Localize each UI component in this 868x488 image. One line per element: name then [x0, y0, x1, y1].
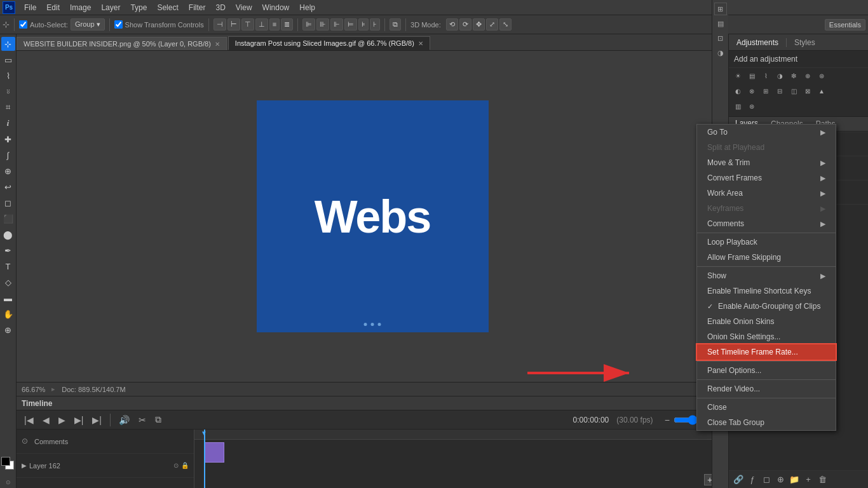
3d-rotate[interactable]: ⟲ [446, 18, 458, 30]
eyedropper-tool[interactable]: 𝒊 [1, 116, 15, 130]
lasso-tool[interactable]: ⌇ [1, 69, 15, 83]
ctx-auto-grouping[interactable]: ✓ Enable Auto-Grouping of Clips [697, 299, 836, 314]
timeline-clip-block[interactable] [204, 442, 224, 463]
adj-photo-filter[interactable]: ⊗ [745, 85, 758, 97]
menu-select[interactable]: Select [152, 2, 183, 13]
tl-prev-frame[interactable]: ◀ [40, 414, 52, 426]
styles-tab[interactable]: Styles [787, 36, 823, 50]
ctx-move-trim[interactable]: Move & Trim ▶ [697, 155, 836, 170]
tl-go-start[interactable]: |◀ [22, 414, 36, 426]
ctx-allow-frame-skip[interactable]: Allow Frame Skipping [697, 250, 836, 265]
mask-btn[interactable]: ◻ [761, 474, 772, 485]
dist-2[interactable]: ⊪ [316, 18, 329, 30]
brush-tool[interactable]: ∫ [1, 148, 15, 162]
adj-selective-color[interactable]: ⊛ [745, 100, 758, 112]
adj-layer-btn[interactable]: ⊕ [775, 474, 786, 485]
auto-select-checkbox[interactable] [19, 20, 27, 29]
ctx-render-video[interactable]: Render Video... [697, 381, 836, 396]
pen-tool[interactable]: ✒ [1, 243, 15, 257]
tab-1[interactable]: Instagram Post using Sliced Images.gif @… [228, 36, 430, 50]
text-tool[interactable]: T [1, 259, 15, 273]
ctx-close[interactable]: Close [697, 400, 836, 415]
clone-tool[interactable]: ⊕ [1, 164, 15, 178]
ctx-set-frame-rate[interactable]: Set Timeline Frame Rate... [697, 344, 836, 360]
ctx-convert-frames[interactable]: Convert Frames ▶ [697, 170, 836, 186]
dodge-tool[interactable]: ⬤ [1, 227, 15, 241]
heal-tool[interactable]: ✚ [1, 132, 15, 146]
tab-0-close[interactable]: ✕ [215, 41, 220, 48]
dist-3[interactable]: ⊩ [330, 18, 343, 30]
dist-1[interactable]: ⊫ [302, 18, 315, 30]
quick-select-tool[interactable]: ⍤ [1, 85, 15, 98]
tl-track-options[interactable]: ⊙ [173, 462, 179, 469]
tl-zoom-out[interactable]: − [662, 414, 672, 426]
menu-image[interactable]: Image [65, 2, 96, 13]
tab-0[interactable]: WEBSITE BUILDER INSIDER.png @ 50% (Layer… [17, 37, 227, 50]
adj-levels[interactable]: ▤ [745, 69, 758, 82]
adj-gradient-map[interactable]: ▥ [731, 100, 744, 112]
menu-view[interactable]: View [231, 2, 257, 13]
adj-color-balance[interactable]: ⊛ [815, 69, 828, 82]
align-bottom[interactable]: ≣ [281, 18, 293, 30]
dist-5[interactable]: ⊧ [358, 18, 369, 30]
hand-tool[interactable]: ✋ [1, 307, 15, 321]
menu-3d[interactable]: 3D [210, 2, 230, 13]
adj-tab[interactable]: Adjustments [729, 36, 786, 50]
ctx-enable-shortcut[interactable]: Enable Timeline Shortcut Keys [697, 283, 836, 299]
3d-slide[interactable]: ⤢ [486, 18, 498, 30]
tl-play[interactable]: ▶ [56, 414, 68, 426]
align-top[interactable]: ⊥ [255, 18, 268, 30]
tl-next-frame[interactable]: ▶| [72, 414, 86, 426]
adj-channel-mixer[interactable]: ⊞ [759, 85, 772, 97]
group-dropdown[interactable]: Group ▾ [71, 18, 105, 30]
new-layer-btn[interactable]: + [803, 474, 814, 485]
3d-scale[interactable]: ⤡ [499, 18, 512, 30]
tl-clip[interactable]: ⧉ [153, 413, 164, 426]
align-left[interactable]: ⊣ [214, 18, 226, 30]
3d-roll[interactable]: ⟳ [459, 18, 471, 30]
align-right[interactable]: ⊤ [241, 18, 254, 30]
adj-curves[interactable]: ⌇ [759, 69, 772, 82]
history-tool[interactable]: ↩ [1, 180, 15, 194]
adj-invert[interactable]: ◫ [787, 85, 800, 97]
ctx-loop-playback[interactable]: Loop Playback [697, 234, 836, 250]
tl-expand-layer[interactable]: ▶ [22, 462, 27, 469]
adj-vibrance[interactable]: ❇ [787, 69, 800, 82]
marquee-tool[interactable]: ▭ [1, 53, 15, 67]
dist-4[interactable]: ⊨ [344, 18, 357, 30]
tl-trim[interactable]: ✂ [136, 414, 149, 426]
menu-filter[interactable]: Filter [184, 2, 211, 13]
path-tool[interactable]: ◇ [1, 275, 15, 289]
menu-layer[interactable]: Layer [96, 2, 125, 13]
ctx-close-tab-group[interactable]: Close Tab Group [697, 415, 836, 430]
group-btn[interactable]: 📁 [789, 474, 800, 485]
menu-edit[interactable]: Edit [41, 2, 65, 13]
tab-1-close[interactable]: ✕ [418, 40, 423, 47]
tl-go-end[interactable]: ▶| [90, 414, 104, 426]
shape-tool[interactable]: ▬ [1, 291, 15, 305]
transform-checkbox[interactable] [114, 20, 123, 29]
move-tool[interactable]: ⊹ [1, 37, 15, 51]
adj-bw[interactable]: ◐ [731, 85, 744, 97]
ctx-onion-settings[interactable]: Onion Skin Settings... [697, 329, 836, 344]
gradient-tool[interactable]: ⬛ [1, 212, 15, 226]
menu-window[interactable]: Window [257, 2, 295, 13]
fg-color[interactable] [1, 457, 10, 466]
ctx-show[interactable]: Show ▶ [697, 268, 836, 283]
adj-threshold[interactable]: ▲ [815, 85, 828, 97]
menu-help[interactable]: Help [294, 2, 320, 13]
ctx-goto[interactable]: Go To ▶ [697, 125, 836, 140]
align-center-h[interactable]: ≡ [269, 18, 280, 30]
zoom-tool[interactable]: ⊕ [1, 323, 15, 337]
add-style-btn[interactable]: ƒ [747, 474, 758, 485]
3d-drag[interactable]: ✥ [473, 18, 485, 30]
adj-brightness[interactable]: ☀ [731, 69, 744, 82]
align-center-v[interactable]: ⊢ [227, 18, 240, 30]
eraser-tool[interactable]: ◻ [1, 196, 15, 210]
adj-color-lookup[interactable]: ⊟ [773, 85, 786, 97]
ctx-panel-options[interactable]: Panel Options... [697, 363, 836, 378]
dist-6[interactable]: ⊦ [370, 18, 380, 30]
essentials-dropdown[interactable]: Essentials [825, 19, 865, 30]
timeline-playhead[interactable] [204, 430, 205, 488]
ctx-work-area[interactable]: Work Area ▶ [697, 186, 836, 201]
